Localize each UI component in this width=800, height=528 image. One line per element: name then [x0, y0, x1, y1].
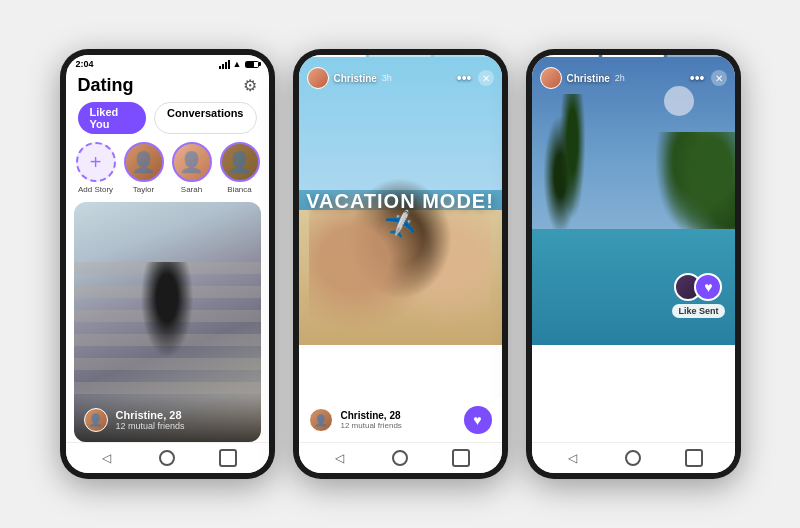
status-icons-1: ▲	[219, 59, 259, 69]
status-bar-1: 2:04 ▲	[66, 55, 269, 71]
battery-icon	[245, 61, 259, 68]
story-username-3: Christine	[567, 73, 610, 84]
profile-card[interactable]: 👤 Christine, 28 12 mutual friends	[74, 202, 261, 442]
plus-icon: +	[90, 152, 102, 172]
beach-background	[299, 55, 502, 442]
recents-button-3[interactable]	[685, 449, 703, 467]
vacation-text: VACATION MODE!	[299, 190, 502, 213]
close-story-button[interactable]: ✕	[478, 70, 494, 86]
add-story-item[interactable]: + Add Story	[76, 142, 116, 194]
home-button-1[interactable]	[159, 450, 175, 466]
bottom-mutual-2: 12 mutual friends	[341, 421, 402, 430]
time-display-1: 2:04	[76, 59, 94, 69]
phone-3-screen: Christine 2h ••• ✕ ♥ Like Sent	[532, 55, 735, 473]
story-name-taylor: Taylor	[133, 185, 154, 194]
recents-button-2[interactable]	[452, 449, 470, 467]
like-sent-avatars: ♥	[674, 273, 722, 301]
story-time-2: 3h	[382, 73, 392, 83]
story-user-info-3: Christine 2h	[540, 67, 625, 89]
app-title: Dating	[78, 75, 134, 96]
bottom-name-2: Christine, 28	[341, 410, 402, 421]
phone-2: Christine 3h ••• ✕ VACATION MODE! ✈️ 👤 C…	[293, 49, 508, 479]
story-bottom-card-2: 👤 Christine, 28 12 mutual friends ♥	[299, 398, 502, 442]
profile-mini-avatar: 👤	[84, 408, 108, 432]
story-actions-3: ••• ✕	[690, 70, 727, 86]
tab-conversations[interactable]: Conversations	[154, 102, 256, 134]
profile-mutual: 12 mutual friends	[116, 421, 251, 431]
add-story-label: Add Story	[78, 185, 113, 194]
phone-3: Christine 2h ••• ✕ ♥ Like Sent	[526, 49, 741, 479]
progress-3-1	[538, 55, 600, 57]
story-user-info-2: Christine 3h	[307, 67, 392, 89]
phone-1: 2:04 ▲ Dating ⚙ Li	[60, 49, 275, 479]
wifi-icon: ▲	[233, 59, 242, 69]
more-options-icon-3[interactable]: •••	[690, 70, 705, 86]
story-header-2: Christine 3h ••• ✕	[299, 61, 502, 93]
back-button-1[interactable]: ◁	[97, 449, 115, 467]
phone-2-screen: Christine 3h ••• ✕ VACATION MODE! ✈️ 👤 C…	[299, 55, 502, 473]
nav-bar-1: ◁	[66, 442, 269, 473]
story-taylor[interactable]: 👤 Taylor	[124, 142, 164, 194]
story-avatar-sarah[interactable]: 👤	[172, 142, 212, 182]
stories-row: + Add Story 👤 Taylor 👤 Sarah 👤 Bianca	[66, 142, 269, 202]
story-avatar-small-2	[307, 67, 329, 89]
home-button-3[interactable]	[625, 450, 641, 466]
progress-3-2	[602, 55, 664, 57]
story-avatar-bianca[interactable]: 👤	[220, 142, 260, 182]
story-actions-2: ••• ✕	[457, 70, 494, 86]
story-bianca[interactable]: 👤 Bianca	[220, 142, 260, 194]
profile-name: Christine, 28	[116, 409, 251, 421]
story-name-sarah: Sarah	[181, 185, 202, 194]
airplane-emoji: ✈️	[383, 210, 417, 244]
story-avatar-small-3	[540, 67, 562, 89]
dating-header: Dating ⚙	[66, 71, 269, 102]
close-story-button-3[interactable]: ✕	[711, 70, 727, 86]
story-username-2: Christine	[334, 73, 377, 84]
phone-1-screen: 2:04 ▲ Dating ⚙ Li	[66, 55, 269, 473]
vacation-text-overlay: VACATION MODE! ✈️	[299, 190, 502, 239]
home-button-2[interactable]	[392, 450, 408, 466]
story-screen-3: Christine 2h ••• ✕ ♥ Like Sent	[532, 55, 735, 442]
story-avatar-taylor[interactable]: 👤	[124, 142, 164, 182]
add-story-avatar[interactable]: +	[76, 142, 116, 182]
story-header-3: Christine 2h ••• ✕	[532, 61, 735, 93]
dating-app-content: Dating ⚙ Liked You Conversations + Add S…	[66, 71, 269, 442]
story-sarah[interactable]: 👤 Sarah	[172, 142, 212, 194]
profile-overlay: 👤 Christine, 28 12 mutual friends	[74, 396, 261, 442]
profile-info: Christine, 28 12 mutual friends	[116, 409, 251, 431]
like-sent-heart-avatar: ♥	[694, 273, 722, 301]
resort-background	[532, 55, 735, 442]
back-button-2[interactable]: ◁	[330, 449, 348, 467]
gear-icon[interactable]: ⚙	[243, 76, 257, 95]
like-heart-button[interactable]: ♥	[464, 406, 492, 434]
story-screen-2: Christine 3h ••• ✕ VACATION MODE! ✈️ 👤 C…	[299, 55, 502, 442]
back-button-3[interactable]: ◁	[563, 449, 581, 467]
progress-3	[434, 55, 496, 57]
like-sent-badge: ♥ Like Sent	[672, 273, 724, 318]
progress-3-3	[667, 55, 729, 57]
tab-liked-you[interactable]: Liked You	[78, 102, 147, 134]
like-sent-label: Like Sent	[672, 304, 724, 318]
progress-1	[305, 55, 367, 57]
progress-2	[369, 55, 431, 57]
story-name-bianca: Bianca	[227, 185, 251, 194]
signal-icon	[219, 60, 230, 69]
bottom-avatar-2: 👤	[309, 408, 333, 432]
more-options-icon[interactable]: •••	[457, 70, 472, 86]
nav-bar-3: ◁	[532, 442, 735, 473]
nav-bar-2: ◁	[299, 442, 502, 473]
story-time-3: 2h	[615, 73, 625, 83]
bottom-profile-info-2: Christine, 28 12 mutual friends	[341, 410, 402, 430]
tabs-row: Liked You Conversations	[66, 102, 269, 142]
recents-button-1[interactable]	[219, 449, 237, 467]
